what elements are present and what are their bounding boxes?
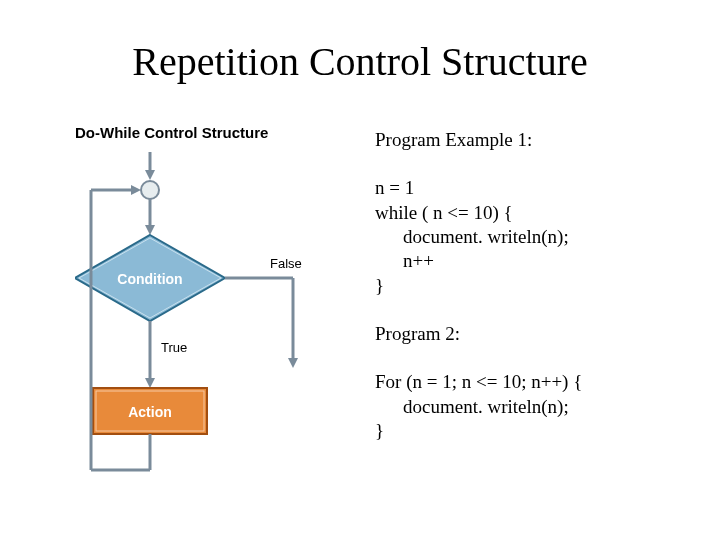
flowchart-svg: Do-While Control Structure Condition Fal…: [75, 120, 355, 520]
svg-marker-8: [288, 358, 298, 368]
svg-marker-3: [145, 225, 155, 235]
slide: Repetition Control Structure Do-While Co…: [0, 0, 720, 540]
code-line: }: [375, 419, 695, 443]
code-line: document. writeln(n);: [375, 395, 695, 419]
diagram-header: Do-While Control Structure: [75, 124, 268, 141]
flowchart-diagram: Do-While Control Structure Condition Fal…: [75, 120, 355, 520]
program-2-heading-section: Program 2:: [375, 322, 695, 346]
code-line: n++: [375, 249, 695, 273]
false-label: False: [270, 256, 302, 271]
program-1-code: n = 1 while ( n <= 10) { document. write…: [375, 176, 695, 298]
merge-node-icon: [141, 181, 159, 199]
code-line: document. writeln(n);: [375, 225, 695, 249]
svg-marker-17: [131, 185, 141, 195]
code-line: For (n = 1; n <= 10; n++) {: [375, 370, 695, 394]
program-2-heading: Program 2:: [375, 322, 695, 346]
program-1-section: Program Example 1:: [375, 128, 695, 152]
code-line: n = 1: [375, 176, 695, 200]
code-column: Program Example 1: n = 1 while ( n <= 10…: [375, 128, 695, 467]
condition-label: Condition: [117, 271, 182, 287]
program-1-heading: Program Example 1:: [375, 128, 695, 152]
condition-diamond-icon: Condition: [75, 235, 225, 321]
code-line: }: [375, 274, 695, 298]
code-line: while ( n <= 10) {: [375, 201, 695, 225]
svg-marker-10: [145, 378, 155, 388]
action-box-icon: Action: [93, 388, 207, 434]
program-2-code: For (n = 1; n <= 10; n++) { document. wr…: [375, 370, 695, 443]
true-label: True: [161, 340, 187, 355]
action-label: Action: [128, 404, 172, 420]
svg-marker-1: [145, 170, 155, 180]
slide-title: Repetition Control Structure: [0, 38, 720, 85]
